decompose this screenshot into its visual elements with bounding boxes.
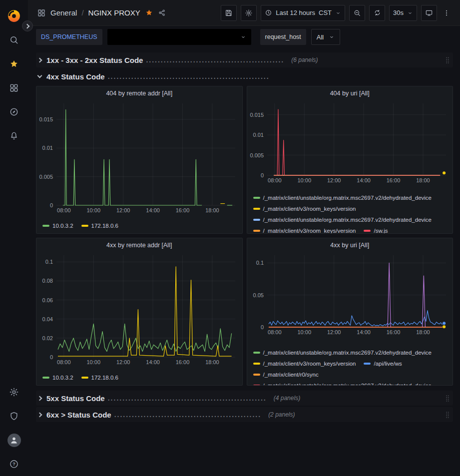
server-admin-shield-icon[interactable] — [3, 406, 25, 426]
alerting-bell-icon[interactable] — [3, 126, 25, 146]
panel-title: 4xx by uri [All] — [330, 242, 369, 249]
legend-item[interactable]: 10.0.3.2 — [42, 220, 73, 231]
legend-label: /_matrix/client/r0/sync — [263, 372, 319, 378]
dashboard-settings-button[interactable] — [241, 5, 257, 21]
legend-item[interactable]: 172.18.0.6 — [81, 220, 118, 231]
time-range-picker[interactable]: Last 12 hours CST — [261, 5, 345, 21]
legend-swatch — [81, 377, 88, 379]
svg-text:0.05: 0.05 — [253, 292, 263, 298]
sidebar-expand-button[interactable] — [22, 20, 33, 31]
row-drag-handle-icon[interactable] — [444, 55, 451, 65]
legend-label: /_matrix/client/v3/room_keys/version — [263, 228, 356, 233]
svg-text:0: 0 — [260, 324, 263, 330]
datasource-variable-value[interactable] — [107, 29, 251, 45]
row-header-1xx-3xx-2xx[interactable]: 1xx - 3xx - 2xx Status Code ............… — [36, 52, 453, 67]
svg-text:08:00: 08:00 — [268, 177, 282, 183]
starred-dashboards-icon[interactable] — [3, 54, 25, 74]
time-series-plot[interactable]: 00.020.040.060.080.108:0010:0012:0014:00… — [36, 252, 242, 366]
kebab-menu-icon — [443, 9, 451, 17]
legend-label: 172.18.0.6 — [91, 375, 118, 381]
legend-item[interactable]: /_matrix/client/unstable/org.matrix.msc2… — [253, 347, 432, 358]
legend-item[interactable]: /_matrix/client/unstable/org.matrix.msc2… — [253, 214, 432, 225]
time-zone-label: CST — [319, 9, 332, 16]
top-navbar: General / NGINX PROXY Last 12 hours CST — [28, 0, 460, 26]
legend-swatch — [253, 374, 260, 376]
legend-item[interactable]: 10.0.3.2 — [42, 372, 73, 383]
more-options-button[interactable] — [441, 5, 452, 21]
dashboard-title[interactable]: NGINX PROXY — [88, 8, 140, 17]
svg-text:18:00: 18:00 — [205, 207, 219, 213]
time-series-plot[interactable]: 00.0050.010.01508:0010:0012:0014:0016:00… — [36, 100, 242, 214]
breadcrumb-folder[interactable]: General — [50, 8, 77, 17]
legend-label: /_matrix/client/v3/room_keys/version — [263, 206, 356, 212]
explore-compass-icon[interactable] — [3, 102, 25, 122]
grafana-logo-icon — [6, 8, 21, 23]
request-host-variable-value[interactable]: All — [311, 29, 340, 45]
panels-grid: 404 by remote addr [All] 00.0050.010.015… — [36, 86, 453, 386]
row-header-6xx[interactable]: 6xx > Status Code ......................… — [36, 407, 453, 422]
panel-legend: /_matrix/client/unstable/org.matrix.msc2… — [247, 186, 453, 233]
row-drag-handle-icon[interactable] — [444, 393, 451, 403]
avatar — [7, 434, 21, 447]
dashboards-icon[interactable] — [3, 78, 25, 98]
legend-item[interactable]: /_matrix/client/v3/room_keys/version — [253, 203, 356, 214]
legend-item[interactable]: /_matrix/client/v3/room_keys/version — [253, 225, 356, 233]
user-avatar[interactable] — [3, 430, 25, 450]
panel-title: 404 by remote addr [All] — [106, 90, 172, 97]
svg-text:18:00: 18:00 — [416, 329, 430, 335]
tv-mode-button[interactable] — [421, 5, 437, 21]
panel-header[interactable]: 4xx by uri [All] — [247, 238, 453, 252]
row-header-4xx[interactable]: 4xx Status Code ........................… — [36, 69, 453, 84]
svg-text:18:00: 18:00 — [205, 359, 219, 365]
svg-text:0.04: 0.04 — [42, 316, 53, 322]
grafana-logo[interactable] — [3, 6, 25, 26]
legend-item[interactable]: /api/live/ws — [364, 358, 402, 369]
svg-text:12:00: 12:00 — [327, 329, 341, 335]
panel-header[interactable]: 4xx by remote addr [All] — [36, 238, 242, 252]
refresh-interval-picker[interactable]: 30s — [389, 5, 417, 21]
row-header-5xx[interactable]: 5xx Status Code ........................… — [36, 391, 453, 406]
svg-text:0.005: 0.005 — [250, 152, 264, 158]
svg-text:14:00: 14:00 — [357, 177, 371, 183]
panel-header[interactable]: 404 by uri [All] — [247, 86, 453, 100]
chevron-down-icon — [407, 10, 413, 16]
navbar-actions: Last 12 hours CST 30s — [221, 5, 452, 21]
time-series-chart[interactable]: 00.0050.010.01508:0010:0012:0014:0016:00… — [36, 100, 242, 216]
svg-text:10:00: 10:00 — [87, 207, 101, 213]
zoom-out-icon — [353, 9, 361, 17]
configuration-gear-icon[interactable] — [3, 382, 25, 402]
svg-text:0.08: 0.08 — [42, 278, 53, 284]
datasource-variable-label[interactable]: DS_PROMETHEUS — [36, 29, 102, 45]
time-series-plot[interactable]: 00.0050.010.01508:0010:0012:0014:0016:00… — [247, 100, 453, 184]
share-icon[interactable] — [158, 8, 166, 17]
search-icon[interactable] — [3, 30, 25, 50]
legend-item[interactable]: /_matrix/client/unstable/org.matrix.msc2… — [253, 192, 432, 203]
save-dashboard-button[interactable] — [221, 5, 237, 21]
svg-text:10:00: 10:00 — [297, 177, 311, 183]
panel-header[interactable]: 404 by remote addr [All] — [36, 86, 242, 100]
legend-label: 172.18.0.6 — [91, 223, 118, 229]
panel-legend: 10.0.3.2172.18.0.6 — [36, 220, 242, 233]
time-series-chart[interactable]: 00.050.108:0010:0012:0014:0016:0018:00 — [247, 252, 453, 338]
time-series-chart[interactable]: 00.020.040.060.080.108:0010:0012:0014:00… — [36, 252, 242, 368]
chevron-right-icon — [37, 57, 42, 62]
zoom-out-time-button[interactable] — [349, 5, 365, 21]
legend-item[interactable]: /_matrix/client/unstable/org.matrix.msc2… — [253, 380, 432, 385]
row-drag-handle-icon[interactable] — [444, 410, 451, 420]
legend-item[interactable]: /_matrix/client/r0/sync — [253, 369, 319, 380]
time-series-chart[interactable]: 00.0050.010.01508:0010:0012:0014:0016:00… — [247, 100, 453, 186]
svg-text:0.06: 0.06 — [42, 297, 53, 303]
help-icon[interactable]: ? — [3, 454, 25, 474]
legend-item[interactable]: /sw.js — [364, 225, 388, 233]
refresh-button[interactable] — [369, 5, 385, 21]
breadcrumb-separator: / — [81, 8, 83, 17]
svg-text:18:00: 18:00 — [416, 177, 430, 183]
legend-item[interactable]: 172.18.0.6 — [81, 372, 118, 383]
time-series-plot[interactable]: 00.050.108:0010:0012:0014:0016:0018:00 — [247, 252, 453, 336]
svg-text:0.015: 0.015 — [250, 112, 264, 118]
favorite-star-icon[interactable] — [145, 8, 153, 17]
svg-text:16:00: 16:00 — [386, 177, 400, 183]
legend-label: /_matrix/client/unstable/org.matrix.msc2… — [263, 383, 432, 385]
legend-item[interactable]: /_matrix/client/v3/room_keys/version — [253, 358, 356, 369]
legend-swatch — [253, 385, 260, 385]
